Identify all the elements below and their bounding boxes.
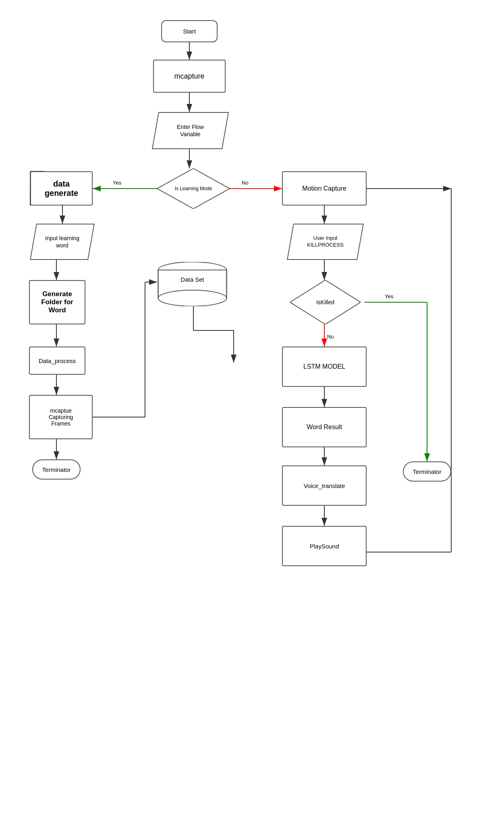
voice-translate-node: Voice_translate bbox=[282, 465, 367, 506]
mcaptue-capturing-node: mcaptue Capturing Frames bbox=[29, 395, 93, 439]
generate-folder-node: Generate Folder for Word bbox=[29, 280, 85, 324]
terminator-right-label: Terminator bbox=[413, 468, 442, 475]
enter-flow-node: Enter Flow Variable bbox=[155, 112, 226, 149]
input-learning-word-label: Input learning word bbox=[45, 235, 79, 249]
start-node: Start bbox=[161, 20, 218, 42]
terminator-left-node: Terminator bbox=[32, 459, 81, 480]
voice-translate-label: Voice_translate bbox=[304, 482, 345, 489]
lstm-model-node: LSTM MODEL bbox=[282, 347, 367, 387]
is-killed-label: IsKilled bbox=[316, 299, 334, 305]
data-generate-node: data generate bbox=[30, 171, 93, 206]
svg-text:No: No bbox=[242, 180, 249, 186]
is-learning-mode-node: Is Learning Mode bbox=[157, 168, 230, 209]
start-label: Start bbox=[183, 28, 196, 35]
data-set-node: Data Set bbox=[157, 262, 228, 306]
user-input-kill-node: User Input KILLPROCESS bbox=[290, 224, 361, 260]
mcaptue-capturing-label: mcaptue Capturing Frames bbox=[49, 407, 73, 427]
is-killed-node: IsKilled bbox=[290, 280, 361, 324]
enter-flow-label: Enter Flow Variable bbox=[177, 123, 204, 138]
terminator-left-label: Terminator bbox=[42, 466, 71, 473]
mcapture-label: mcapture bbox=[174, 72, 204, 81]
play-sound-label: PlaySound bbox=[310, 543, 339, 550]
data-process-node: Data_process bbox=[29, 347, 85, 375]
is-learning-mode-label: Is Learning Mode bbox=[175, 186, 212, 191]
input-learning-word-node: Input learning word bbox=[33, 224, 91, 260]
data-set-label: Data Set bbox=[180, 276, 204, 283]
word-result-node: Word Result bbox=[282, 407, 367, 447]
mcapture-node: mcapture bbox=[153, 60, 226, 93]
data-generate-label: data generate bbox=[45, 179, 78, 198]
svg-text:No: No bbox=[327, 334, 334, 340]
svg-text:Yes: Yes bbox=[385, 293, 394, 299]
svg-point-44 bbox=[158, 290, 227, 306]
svg-text:Yes: Yes bbox=[113, 180, 122, 186]
play-sound-node: PlaySound bbox=[282, 526, 367, 566]
word-result-label: Word Result bbox=[307, 424, 342, 431]
data-process-label: Data_process bbox=[39, 357, 76, 364]
terminator-right-node: Terminator bbox=[403, 461, 451, 482]
user-input-kill-label: User Input KILLPROCESS bbox=[307, 235, 343, 249]
motion-capture-label: Motion Capture bbox=[302, 185, 346, 192]
motion-capture-node: Motion Capture bbox=[282, 171, 367, 206]
lstm-model-label: LSTM MODEL bbox=[303, 363, 345, 370]
generate-folder-label: Generate Folder for Word bbox=[41, 290, 73, 314]
